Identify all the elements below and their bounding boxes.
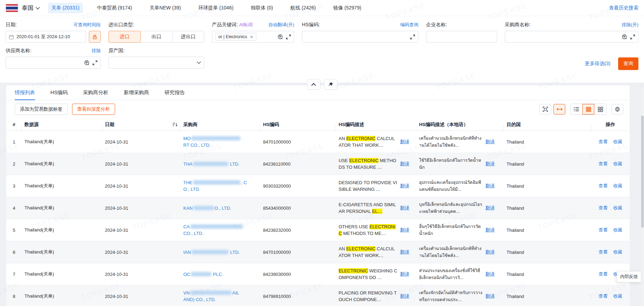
- buyer-name-link[interactable]: IAN LTD.: [181, 249, 260, 256]
- scrollbar-thumb[interactable]: [641, 116, 644, 228]
- view-link[interactable]: 查看: [599, 161, 608, 167]
- hs-description-cell: DESIGNED TO PROVIDE VISIBLE WARNING …翻译: [336, 179, 416, 193]
- translate-link[interactable]: 翻译: [400, 205, 409, 211]
- translate-link[interactable]: 翻译: [486, 139, 495, 145]
- settings-button[interactable]: [611, 104, 623, 114]
- auto-translate-link[interactable]: 自动翻译(开): [268, 22, 294, 28]
- view-link[interactable]: 查看: [599, 293, 608, 299]
- translate-link[interactable]: 翻译: [486, 161, 495, 167]
- row-actions: 查看收藏: [591, 161, 630, 167]
- dataset-tab[interactable]: 中泰贸易 (9174): [93, 3, 135, 13]
- local-description: เครื่องคำนวณอิเล็กทรอนิกส์ที่ทำงานได้โดย…: [419, 245, 483, 259]
- ai-expand-link[interactable]: AI拓词: [239, 22, 253, 27]
- view-link[interactable]: 查看: [599, 183, 608, 189]
- code-query-link[interactable]: 编码查询: [400, 22, 418, 28]
- dataset-tab[interactable]: 环球提单 (1046): [195, 3, 237, 13]
- row-number: 2: [6, 161, 22, 167]
- internal-feedback-tab[interactable]: 内部反馈: [617, 271, 641, 282]
- origin-select[interactable]: [108, 57, 204, 69]
- panel-controls: [0, 79, 644, 90]
- view-link[interactable]: 查看: [599, 249, 608, 255]
- country-selector[interactable]: 泰国: [22, 4, 39, 12]
- keyword-input[interactable]: or | Electronics ✕: [212, 31, 294, 43]
- favorite-link[interactable]: 收藏: [613, 249, 622, 255]
- dataset-tab[interactable]: 关单NEW (39): [146, 3, 184, 13]
- filter-origin: 原产国:: [108, 47, 204, 69]
- queryable-period-link[interactable]: 可查询时间段: [73, 22, 101, 28]
- translate-link[interactable]: 翻译: [486, 227, 495, 233]
- buyer-input[interactable]: [505, 31, 638, 43]
- buyer-name-link[interactable]: KANO., LTD.: [181, 205, 260, 211]
- translate-link[interactable]: 翻译: [400, 249, 409, 255]
- favorite-link[interactable]: 收藏: [613, 293, 622, 299]
- dataset-tab[interactable]: 镜像 (52979): [330, 3, 365, 13]
- translate-link[interactable]: 翻译: [400, 139, 409, 145]
- view-link[interactable]: 查看: [599, 271, 608, 277]
- view-link[interactable]: 查看: [599, 139, 608, 145]
- local-description-cell: บุหรี่อิเล็กทรอนิกส์และอุปกรณ์ไอระเหยไฟฟ…: [416, 201, 504, 215]
- date-lock-button[interactable]: [89, 31, 101, 43]
- dataset-tab[interactable]: 航线 (2426): [287, 3, 319, 13]
- supplier-exclude-link[interactable]: 排除: [92, 48, 101, 54]
- pin-button[interactable]: [324, 79, 337, 90]
- bi-analysis-button[interactable]: 查看BI深度分析: [72, 104, 115, 115]
- results-table: #数据源日期采购商HS编码HS编码描述HS编码描述（本地语）目的国操作 1Tha…: [6, 118, 630, 306]
- company-input[interactable]: [426, 31, 497, 43]
- translate-link[interactable]: 翻译: [486, 205, 495, 211]
- supplier-input[interactable]: [6, 57, 101, 69]
- date-range-input[interactable]: 2020-01-01 至 2024-12-10: [6, 31, 86, 43]
- dataset-tab[interactable]: 独联体 (0): [247, 3, 276, 13]
- more-filters-link[interactable]: 更多筛选(3): [585, 61, 610, 67]
- buyer-name-link[interactable]: MORT CO., LTD.: [181, 135, 260, 148]
- translate-link[interactable]: 翻译: [486, 249, 495, 255]
- history-search-link[interactable]: 查看历史搜索: [609, 5, 638, 11]
- buyer-name-link[interactable]: OC PLC.: [181, 271, 260, 278]
- fullscreen-button[interactable]: [539, 104, 551, 114]
- sort-icon[interactable]: [172, 122, 178, 127]
- scrollbar-track[interactable]: [641, 88, 644, 306]
- expand-icon[interactable]: [92, 60, 98, 65]
- translate-link[interactable]: 翻译: [400, 227, 409, 233]
- hs-description-cell: AN ELECTRONIC CALCULATOR THAT WORK…翻译: [336, 135, 416, 148]
- collapse-button[interactable]: [307, 79, 320, 90]
- expand-icon[interactable]: [630, 34, 635, 40]
- table-row: 3Thailand(关单)2024-10-31THE, CO., LTD.903…: [6, 175, 630, 197]
- trade-type-option[interactable]: 进口: [108, 31, 141, 43]
- view-link[interactable]: 查看: [599, 227, 608, 233]
- view-link[interactable]: 查看: [599, 205, 608, 211]
- buyer-name-link[interactable]: CACO., LTD.: [181, 223, 260, 237]
- trade-type-option[interactable]: 出口: [140, 31, 172, 43]
- hs-code-input[interactable]: [302, 31, 418, 43]
- buyer-name-link[interactable]: THE, CO., LTD.: [181, 179, 260, 193]
- search-button[interactable]: 查询: [618, 57, 638, 70]
- hs-code: 84239030000: [260, 272, 336, 277]
- trade-type-option[interactable]: 进出口: [172, 31, 204, 43]
- table-view-button[interactable]: [582, 104, 594, 114]
- fit-width-button[interactable]: [553, 104, 565, 114]
- favorite-link[interactable]: 收藏: [613, 139, 622, 145]
- translate-link[interactable]: 翻译: [400, 293, 409, 299]
- favorite-link[interactable]: 收藏: [613, 227, 622, 233]
- dataset-tab[interactable]: 关单 (20331): [48, 3, 83, 13]
- translate-link[interactable]: 翻译: [486, 293, 495, 299]
- card-view-button[interactable]: [594, 104, 606, 114]
- translate-link[interactable]: 翻译: [400, 183, 409, 189]
- favorite-link[interactable]: 收藏: [613, 183, 622, 189]
- buyer-name-link[interactable]: VNAILAND) CO., LTD.: [181, 290, 260, 303]
- translate-link[interactable]: 翻译: [400, 161, 409, 167]
- favorite-link[interactable]: 收藏: [613, 205, 622, 211]
- column-header[interactable]: 日期: [102, 121, 181, 128]
- tag-remove-icon[interactable]: ✕: [249, 35, 253, 39]
- list-view-button[interactable]: [571, 104, 582, 114]
- translate-link[interactable]: 翻译: [400, 271, 409, 277]
- expand-icon[interactable]: [286, 34, 291, 40]
- buyer-name-link[interactable]: THA LTD.: [181, 161, 260, 167]
- table-row: 6Thailand(关单)2024-10-31IAN LTD.847010000…: [6, 241, 630, 263]
- add-trade-tag-button[interactable]: 添加为贸易数据标签: [15, 104, 68, 115]
- favorite-link[interactable]: 收藏: [613, 161, 622, 167]
- local-description: อื่นๆใช้วิธีอิเล็กทรอนิกส์ในการวัดน้ำหนั…: [419, 223, 483, 237]
- translate-link[interactable]: 翻译: [486, 271, 495, 277]
- buyer-exclude-link[interactable]: 排除(开): [622, 22, 638, 28]
- expand-icon[interactable]: [410, 34, 415, 40]
- translate-link[interactable]: 翻译: [486, 183, 495, 189]
